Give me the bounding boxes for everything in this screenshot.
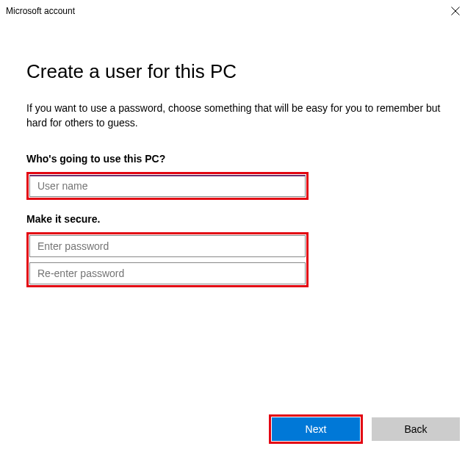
password-section-label: Make it secure. [26, 213, 450, 225]
page-title: Create a user for this PC [26, 60, 450, 83]
password-input[interactable] [29, 235, 306, 257]
close-button[interactable] [441, 0, 470, 22]
next-button[interactable]: Next [272, 417, 360, 441]
content-area: Create a user for this PC If you want to… [0, 22, 476, 287]
close-icon [451, 7, 460, 15]
username-section-label: Who's going to use this PC? [26, 153, 450, 165]
footer-buttons: Next Back [269, 414, 460, 444]
back-button[interactable]: Back [372, 417, 460, 441]
password-highlight [26, 232, 309, 287]
page-description: If you want to use a password, choose so… [26, 101, 450, 131]
username-input[interactable] [29, 175, 306, 197]
reenter-password-input[interactable] [29, 262, 306, 284]
window-title: Microsoft account [6, 6, 75, 16]
next-button-highlight: Next [269, 414, 363, 444]
titlebar: Microsoft account [0, 0, 476, 22]
username-highlight [26, 172, 309, 200]
